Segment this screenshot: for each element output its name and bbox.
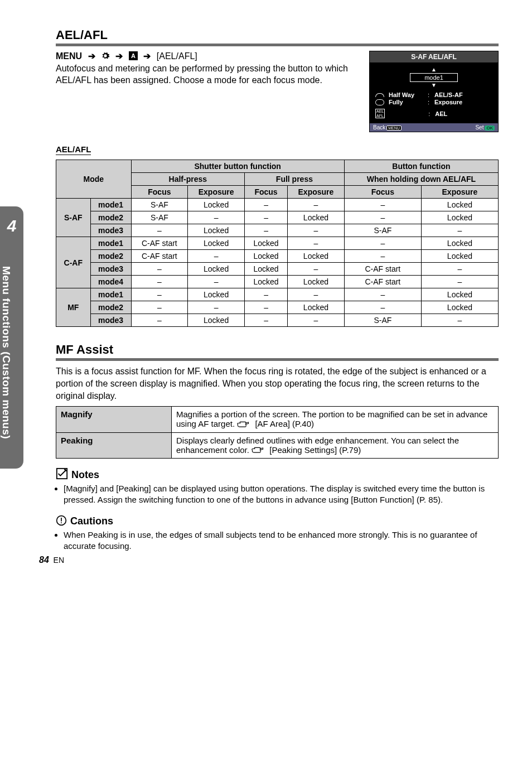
cell: Locked xyxy=(288,276,345,288)
cell: – xyxy=(131,276,188,288)
svg-rect-4 xyxy=(61,518,62,522)
menu-item: [AEL/AFL] xyxy=(157,51,197,61)
cell: – xyxy=(344,301,421,314)
cell: – xyxy=(288,263,345,276)
mode-name: mode1 xyxy=(90,199,131,211)
chapter-title: Menu functions (Custom menus) xyxy=(0,247,12,459)
cell: – xyxy=(288,224,345,237)
menu-row: Fully : Exposure xyxy=(375,99,492,105)
cell: – xyxy=(421,263,498,276)
cautions-heading: Cautions xyxy=(56,515,499,527)
cell: – xyxy=(245,211,288,224)
mode-name: mode2 xyxy=(90,301,131,314)
cell: Locked xyxy=(188,314,245,327)
ael-modes-table: Mode Shutter button function Button func… xyxy=(56,160,499,327)
ael-afl-icon: AELAFL xyxy=(375,109,385,118)
arrow-icon: ➔ xyxy=(115,51,123,61)
cell: – xyxy=(421,314,498,327)
cell: C-AF start xyxy=(344,276,421,288)
ok-badge-icon: OK xyxy=(485,126,495,131)
cautions-title: Cautions xyxy=(70,515,113,527)
cell: – xyxy=(344,199,421,211)
th-shutter: Shutter button function xyxy=(131,160,344,173)
mf-row-label: Peaking xyxy=(56,432,172,459)
mode-name: mode3 xyxy=(90,224,131,237)
notes-list: [Magnify] and [Peaking] can be displayed… xyxy=(64,483,499,506)
camera-menu-preview: S-AF AEL/AFL ▲ mode1 ▼ Half Way : AEL/S-… xyxy=(369,51,499,132)
half-press-icon xyxy=(375,93,384,97)
cell: – xyxy=(288,288,345,301)
mf-row-desc: Displays clearly defined outlines with e… xyxy=(172,432,499,459)
th-mode: Mode xyxy=(56,160,132,199)
title-underline xyxy=(56,44,499,46)
th-exposure: Exposure xyxy=(188,186,245,199)
page-number: 84 xyxy=(39,555,49,565)
cell: S-AF xyxy=(131,211,188,224)
cell: Locked xyxy=(421,211,498,224)
menu-preview-mode: mode1 xyxy=(410,73,458,82)
group-name: MF xyxy=(56,288,91,327)
down-triangle-icon: ▼ xyxy=(375,83,492,88)
menu-preview-title: S-AF AEL/AFL xyxy=(370,51,498,62)
title-underline xyxy=(56,358,499,361)
svg-text:A: A xyxy=(131,52,136,59)
cell: Locked xyxy=(245,250,288,263)
cell: C-AF start xyxy=(131,250,188,263)
menu-prefix: MENU xyxy=(56,51,82,61)
cell: – xyxy=(245,288,288,301)
mode-name: mode1 xyxy=(90,288,131,301)
mode-name: mode3 xyxy=(90,263,131,276)
note-item: [Magnify] and [Peaking] can be displayed… xyxy=(64,483,499,506)
cell: Locked xyxy=(421,237,498,250)
menu-set: SetOK xyxy=(475,124,495,131)
mf-table: MagnifyMagnifies a portion of the screen… xyxy=(56,406,499,459)
cell: – xyxy=(245,301,288,314)
cell: – xyxy=(131,301,188,314)
th-focus: Focus xyxy=(131,186,188,199)
cell: S-AF xyxy=(344,224,421,237)
page-lang: EN xyxy=(54,556,64,565)
group-name: C-AF xyxy=(56,237,91,288)
cell: Locked xyxy=(421,199,498,211)
cell: C-AF start xyxy=(344,263,421,276)
section-title-ael: AEL/AFL xyxy=(56,28,499,42)
cell: – xyxy=(245,314,288,327)
hand-pointer-icon xyxy=(237,420,249,430)
cell: – xyxy=(131,288,188,301)
cell: – xyxy=(188,250,245,263)
full-press-icon xyxy=(375,99,384,105)
cell: Locked xyxy=(188,224,245,237)
cell: Locked xyxy=(288,301,345,314)
cell: Locked xyxy=(188,288,245,301)
cell: – xyxy=(344,237,421,250)
mf-row-label: Magnify xyxy=(56,407,172,433)
menu-back: BackMENU xyxy=(373,124,402,131)
cell: Locked xyxy=(245,263,288,276)
section-title-mf: MF Assist xyxy=(56,343,499,357)
cell: Locked xyxy=(188,263,245,276)
ael-description: Autofocus and metering can be performed … xyxy=(56,62,357,86)
menu-a-icon: A xyxy=(129,51,138,62)
group-name: S-AF xyxy=(56,199,91,237)
cell: – xyxy=(288,237,345,250)
mode-name: mode4 xyxy=(90,276,131,288)
side-tab: 4 Menu functions (Custom menus) xyxy=(0,206,23,469)
cell: – xyxy=(344,211,421,224)
cell: – xyxy=(131,224,188,237)
hand-pointer-icon xyxy=(252,446,264,455)
menu-row: AELAFL : AEL xyxy=(375,109,492,118)
cell: – xyxy=(245,224,288,237)
cell: Locked xyxy=(188,237,245,250)
th-focus: Focus xyxy=(245,186,288,199)
cell: S-AF xyxy=(344,314,421,327)
menu-badge-icon: MENU xyxy=(386,126,402,131)
up-triangle-icon: ▲ xyxy=(375,67,492,73)
cell: – xyxy=(288,199,345,211)
cell: C-AF start xyxy=(131,237,188,250)
cell: – xyxy=(188,211,245,224)
menu-path: MENU ➔ ➔ A ➔ [AEL/AFL] xyxy=(56,51,357,62)
notes-title: Notes xyxy=(71,469,99,480)
cautions-list: When Peaking is in use, the edges of sma… xyxy=(64,529,499,552)
th-exposure: Exposure xyxy=(288,186,345,199)
th-button: Button function xyxy=(344,160,498,173)
